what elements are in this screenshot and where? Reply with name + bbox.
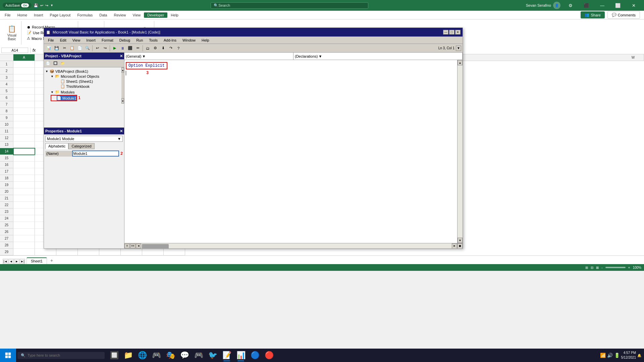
volume-icon[interactable]: 🔊 — [607, 353, 613, 358]
vba-tool-run[interactable]: ▶ — [111, 45, 118, 52]
vba-tool-redo[interactable]: ↪ — [101, 45, 109, 52]
row-2[interactable]: 2 — [0, 68, 13, 74]
scroll-up-btn[interactable]: ▲ — [121, 67, 124, 73]
taskbar-search-input[interactable] — [28, 353, 95, 357]
restore-btn[interactable]: ⬛ — [579, 0, 594, 11]
row-3[interactable]: 3 — [0, 74, 13, 81]
taskbar-app-chrome[interactable]: 🌐 — [136, 349, 149, 362]
row-14[interactable]: 14 — [0, 148, 13, 155]
vba-tool-step-over[interactable]: ↷ — [167, 45, 174, 52]
vba-tree-modules-folder[interactable]: ▼ 📁 Modules — [51, 89, 120, 95]
zoom-slider[interactable] — [605, 267, 626, 268]
taskbar-app-word[interactable]: 📝 — [220, 349, 233, 362]
menu-help[interactable]: Help — [167, 12, 182, 18]
row-26[interactable]: 26 — [0, 229, 13, 235]
taskbar-app-ss[interactable]: 🐦 — [206, 349, 219, 362]
view-normal-btn[interactable]: ⊞ — [585, 266, 588, 269]
code-dropdown-general[interactable]: (General) ▼ — [124, 53, 293, 60]
notification-icon[interactable]: 🔔 — [637, 354, 641, 357]
menu-view[interactable]: View — [129, 12, 144, 18]
name-box[interactable] — [1, 48, 28, 53]
tree-expand-modules[interactable]: ▼ — [51, 90, 54, 94]
vba-menu-window[interactable]: Window — [180, 38, 198, 43]
close-btn[interactable]: ✕ — [626, 0, 641, 11]
vba-tool-find[interactable]: 🔍 — [84, 45, 91, 52]
vba-tool-help[interactable]: ? — [175, 45, 182, 52]
taskbar-app-steam[interactable]: 🎮 — [150, 349, 163, 362]
network-icon[interactable]: 📶 — [600, 353, 606, 358]
row-12[interactable]: 12 — [0, 135, 13, 141]
vba-menu-tools[interactable]: Tools — [146, 38, 160, 43]
location-scroll[interactable]: ▼ — [456, 46, 461, 51]
project-view-code[interactable]: 📄 — [45, 60, 51, 66]
vba-tree-thisworkbook[interactable]: 📋 ThisWorkbook — [45, 84, 120, 89]
zoom-plus-btn[interactable]: + — [628, 266, 630, 269]
menu-data[interactable]: Data — [96, 12, 110, 18]
visual-basic-btn[interactable]: 📋 VisualBasic — [5, 24, 18, 42]
col-header-corner[interactable] — [0, 54, 13, 61]
vba-tree-excel-objects[interactable]: ▼ 📂 Microsoft Excel Objects — [45, 74, 120, 79]
row-28[interactable]: 28 — [0, 242, 13, 249]
sheet-nav-next[interactable]: ► — [14, 259, 19, 264]
autosave-toggle[interactable]: AutoSave On — [3, 3, 32, 8]
code-editor[interactable]: Option Explicit 3 — [124, 60, 457, 243]
view-break-btn[interactable]: ⊠ — [596, 266, 599, 269]
vba-tool-design[interactable]: ✏ — [134, 45, 142, 52]
view-proc-btn[interactable]: ≡ — [124, 244, 130, 248]
sheet-add-btn[interactable]: + — [48, 257, 56, 264]
taskbar-app-multidesktop[interactable]: 🔲 — [107, 349, 121, 362]
taskbar-time[interactable]: 4:57 PM 5/12/2021 — [621, 351, 636, 360]
vba-tool-undo[interactable]: ↩ — [94, 45, 101, 52]
row-18[interactable]: 18 — [0, 175, 13, 182]
row-15[interactable]: 15 — [0, 155, 13, 162]
menu-page-layout[interactable]: Page Layout — [47, 12, 74, 18]
taskbar-app-outlook[interactable]: 🔵 — [248, 349, 262, 362]
vba-tool-reset[interactable]: ⬛ — [126, 45, 134, 52]
vba-menu-debug[interactable]: Debug — [117, 38, 133, 43]
vba-menu-format[interactable]: Format — [99, 38, 116, 43]
row-9[interactable]: 9 — [0, 115, 13, 121]
vba-tool-break[interactable]: ⏸ — [119, 45, 126, 52]
col-header-a[interactable]: A — [13, 54, 35, 61]
vba-tool-save[interactable]: 💾 — [53, 45, 60, 52]
sheet-nav-last[interactable]: ►| — [20, 259, 25, 264]
row-20[interactable]: 20 — [0, 188, 13, 195]
row-29[interactable]: 29 — [0, 249, 13, 255]
cell-a1[interactable] — [13, 61, 35, 68]
scroll-v-down[interactable]: ▼ — [458, 238, 463, 243]
vba-tool-paste[interactable]: 📄 — [76, 45, 84, 52]
project-panel-scrollbar[interactable]: ▲ ▼ — [121, 67, 124, 104]
taskbar-app-excel[interactable]: 📊 — [234, 349, 248, 362]
menu-file[interactable]: File — [1, 12, 14, 18]
row-7[interactable]: 7 — [0, 101, 13, 108]
minimize-btn[interactable]: — — [595, 0, 610, 11]
row-6[interactable]: 6 — [0, 95, 13, 101]
view-layout-btn[interactable]: ⊟ — [591, 266, 593, 269]
scroll-h-thumb[interactable] — [142, 244, 169, 248]
customize-icon[interactable]: ▼ — [50, 4, 53, 7]
menu-review[interactable]: Review — [110, 12, 129, 18]
taskbar-start-button[interactable] — [0, 349, 16, 362]
vba-close-btn[interactable]: ✕ — [455, 30, 461, 35]
save-icon[interactable]: 💾 — [34, 3, 38, 8]
row-16[interactable]: 16 — [0, 162, 13, 168]
row-17[interactable]: 17 — [0, 168, 13, 175]
vba-menu-view[interactable]: View — [70, 38, 83, 43]
vba-maximize-btn[interactable]: □ — [449, 30, 454, 35]
code-scroll-v[interactable]: ▲ ▼ — [457, 60, 463, 243]
taskbar-app-discord[interactable]: 💬 — [178, 349, 191, 362]
project-panel-close[interactable]: ✕ — [120, 54, 123, 58]
share-button[interactable]: 👥 Share — [581, 11, 604, 18]
sheet-tab-sheet1[interactable]: Sheet1 — [26, 257, 47, 264]
vba-tool-copy[interactable]: 📋 — [68, 45, 76, 52]
scroll-v-up[interactable]: ▲ — [458, 60, 463, 65]
row-19[interactable]: 19 — [0, 182, 13, 188]
comments-button[interactable]: 💬 Comments — [607, 11, 640, 19]
vba-menu-help[interactable]: Help — [199, 38, 212, 43]
battery-icon[interactable]: 🔋 — [614, 353, 620, 358]
vba-minimize-btn[interactable]: — — [443, 30, 448, 35]
scroll-h-right[interactable]: ► — [452, 243, 457, 249]
taskbar-app-other[interactable]: 🔴 — [262, 349, 276, 362]
vba-menu-insert[interactable]: Insert — [84, 38, 98, 43]
scroll-corner[interactable]: ◼ — [457, 243, 463, 249]
